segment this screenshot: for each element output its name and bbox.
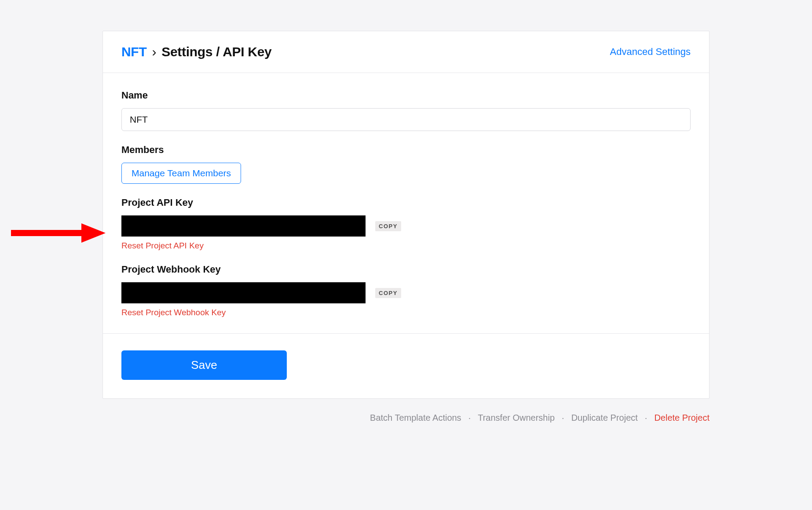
delete-project-link[interactable]: Delete Project <box>654 413 710 423</box>
webhook-key-label: Project Webhook Key <box>121 264 691 275</box>
api-key-value[interactable] <box>121 215 366 237</box>
save-button[interactable]: Save <box>121 350 287 380</box>
api-key-label: Project API Key <box>121 197 691 208</box>
separator-dot: · <box>562 413 564 423</box>
webhook-key-value[interactable] <box>121 282 366 303</box>
reset-webhook-key-link[interactable]: Reset Project Webhook Key <box>121 308 226 317</box>
members-label: Members <box>121 144 691 156</box>
separator-dot: · <box>468 413 471 423</box>
webhook-key-section: Project Webhook Key COPY Reset Project W… <box>121 264 691 317</box>
name-label: Name <box>121 90 691 101</box>
name-section: Name <box>121 90 691 131</box>
api-key-copy-button[interactable]: COPY <box>375 221 401 231</box>
reset-api-key-link[interactable]: Reset Project API Key <box>121 241 204 251</box>
api-key-section: Project API Key COPY Reset Project API K… <box>121 197 691 251</box>
batch-template-actions-link[interactable]: Batch Template Actions <box>370 413 461 423</box>
duplicate-project-link[interactable]: Duplicate Project <box>571 413 638 423</box>
breadcrumb-separator: › <box>152 44 156 59</box>
card-body: Name Members Manage Team Members Project… <box>103 73 709 333</box>
advanced-settings-link[interactable]: Advanced Settings <box>610 46 691 58</box>
card-header: NFT › Settings / API Key Advanced Settin… <box>103 31 709 73</box>
project-link[interactable]: NFT <box>121 44 146 59</box>
card-footer: Save <box>103 333 709 398</box>
breadcrumb: NFT › Settings / API Key <box>121 44 271 59</box>
settings-card: NFT › Settings / API Key Advanced Settin… <box>102 31 710 399</box>
manage-members-button[interactable]: Manage Team Members <box>121 163 241 184</box>
name-input[interactable] <box>121 108 691 131</box>
footer-links: Batch Template Actions · Transfer Owners… <box>102 413 710 423</box>
members-section: Members Manage Team Members <box>121 144 691 184</box>
separator-dot: · <box>645 413 647 423</box>
page-title: Settings / API Key <box>161 44 271 59</box>
transfer-ownership-link[interactable]: Transfer Ownership <box>478 413 555 423</box>
webhook-key-copy-button[interactable]: COPY <box>375 288 401 298</box>
